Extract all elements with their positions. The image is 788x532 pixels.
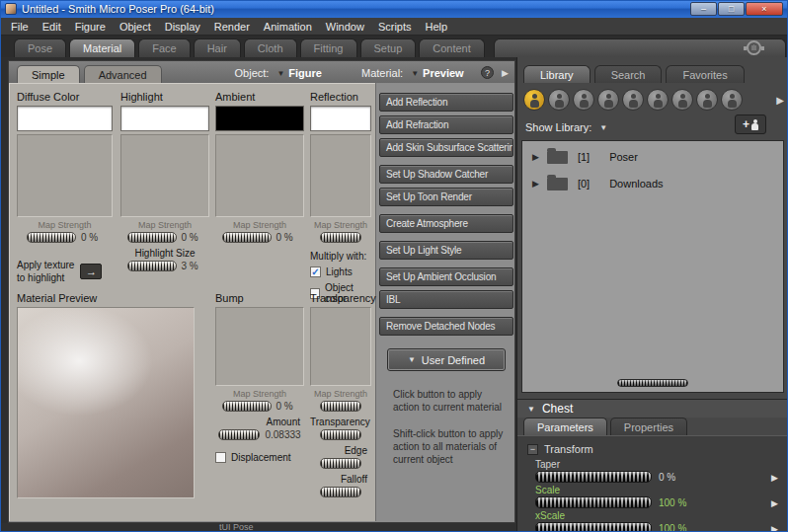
material-value[interactable]: Preview: [423, 67, 464, 83]
diffuse-color-swatch[interactable]: [17, 106, 113, 131]
menu-object[interactable]: Object: [113, 19, 158, 35]
tab-properties[interactable]: Properties: [610, 418, 687, 435]
diffuse-map-area[interactable]: [17, 134, 113, 217]
transparency-dial[interactable]: [320, 429, 361, 440]
highlight-map-strength-dial[interactable]: [127, 232, 177, 243]
category-overflow-arrow-icon[interactable]: ▶: [776, 95, 784, 106]
room-tab-fitting[interactable]: Fitting: [300, 38, 357, 57]
menu-help[interactable]: Help: [419, 19, 455, 35]
library-scrollbar[interactable]: [617, 379, 688, 387]
menu-scripts[interactable]: Scripts: [371, 19, 419, 35]
taper-dial[interactable]: [535, 471, 652, 483]
tab-favorites[interactable]: Favorites: [666, 65, 744, 83]
displacement-checkbox[interactable]: [215, 452, 226, 463]
apply-texture-button[interactable]: →: [80, 264, 102, 279]
dial-options-arrow-icon[interactable]: ▶: [771, 498, 778, 508]
transparency-map-area[interactable]: [310, 307, 371, 386]
panel-collapse-icon[interactable]: ▶: [502, 68, 509, 78]
menu-display[interactable]: Display: [158, 19, 207, 35]
materials-icon[interactable]: [721, 89, 743, 111]
props-icon[interactable]: [647, 89, 669, 111]
room-tab-face[interactable]: Face: [138, 38, 190, 57]
edge-dial[interactable]: [320, 458, 361, 469]
add-skin-subsurface-scattering-button[interactable]: Add Skin Subsurface Scattering: [379, 138, 513, 157]
collapse-icon[interactable]: ▼: [527, 405, 535, 414]
material-preview-image[interactable]: [17, 307, 195, 498]
reflection-map-area[interactable]: [310, 134, 371, 217]
menu-edit[interactable]: Edit: [36, 19, 68, 35]
expand-icon[interactable]: ▶: [532, 152, 539, 162]
hair-icon[interactable]: [597, 89, 619, 111]
library-item-downloads[interactable]: ▶ [0] Downloads: [522, 168, 783, 194]
highlight-map-area[interactable]: [120, 134, 209, 217]
room-tab-content[interactable]: Content: [419, 38, 485, 57]
maximize-button[interactable]: □: [718, 2, 745, 16]
room-tab-setup[interactable]: Setup: [360, 38, 417, 57]
bump-map-area[interactable]: [215, 307, 304, 386]
object-value[interactable]: Figure: [288, 67, 322, 83]
expand-icon[interactable]: ▶: [532, 179, 539, 189]
group-title: Ambient: [215, 91, 304, 103]
ambient-map-area[interactable]: [215, 134, 304, 217]
room-tab-cloth[interactable]: Cloth: [244, 38, 297, 57]
dial-options-arrow-icon[interactable]: ▶: [771, 524, 778, 532]
room-tab-material[interactable]: Material: [69, 38, 135, 57]
falloff-dial[interactable]: [320, 487, 361, 497]
reflection-color-swatch[interactable]: [310, 106, 371, 131]
tab-library[interactable]: Library: [523, 65, 591, 83]
hands-icon[interactable]: [622, 89, 644, 111]
lights-icon[interactable]: [671, 89, 693, 111]
add-reflection-button[interactable]: Add Reflection: [379, 93, 513, 112]
diffuse-map-strength-dial[interactable]: [27, 232, 76, 243]
room-tab-pose[interactable]: Pose: [14, 38, 66, 57]
set-up-toon-render-button[interactable]: Set Up Toon Render: [379, 188, 513, 206]
user-defined-button[interactable]: ▼ User Defined: [388, 349, 505, 370]
amount-label: Amount: [215, 417, 304, 427]
transparency-map-strength-dial[interactable]: [320, 401, 361, 412]
help-icon[interactable]: ?: [481, 66, 494, 79]
add-library-button[interactable]: +: [735, 114, 766, 134]
collapse-section-icon[interactable]: −: [527, 444, 538, 455]
scale-dial[interactable]: [535, 496, 652, 508]
dial-value: 0 %: [276, 232, 298, 243]
dial-options-arrow-icon[interactable]: ▶: [771, 473, 778, 483]
falloff-label: Falloff: [310, 474, 371, 485]
show-library-dropdown-icon[interactable]: ▼: [599, 123, 607, 132]
menu-window[interactable]: Window: [319, 19, 371, 35]
bump-amount-dial[interactable]: [218, 429, 260, 440]
highlight-color-swatch[interactable]: [120, 106, 209, 131]
minimize-button[interactable]: –: [690, 2, 717, 16]
tab-advanced[interactable]: Advanced: [84, 65, 162, 83]
tab-parameters[interactable]: Parameters: [523, 418, 607, 435]
ambient-map-strength-dial[interactable]: [222, 232, 272, 243]
actor-name[interactable]: Chest: [542, 402, 573, 416]
tab-search[interactable]: Search: [594, 65, 663, 83]
set-up-shadow-catcher-button[interactable]: Set Up Shadow Catcher: [379, 165, 513, 184]
reflection-map-strength-dial[interactable]: [320, 232, 361, 243]
create-atmosphere-button[interactable]: Create Atmosphere: [379, 214, 513, 233]
menu-file[interactable]: File: [4, 19, 36, 35]
close-button[interactable]: ×: [746, 2, 783, 16]
lights-checkbox[interactable]: ✓: [310, 266, 321, 277]
object-dropdown-icon[interactable]: ▼: [276, 69, 284, 78]
add-refraction-button[interactable]: Add Refraction: [379, 115, 513, 134]
room-tab-hair[interactable]: Hair: [194, 38, 241, 57]
expressions-icon[interactable]: [573, 89, 594, 111]
ambient-color-swatch[interactable]: [215, 106, 304, 131]
xscale-dial[interactable]: [535, 522, 652, 532]
remove-detached-nodes-button[interactable]: Remove Detached Nodes: [379, 317, 513, 336]
menu-render[interactable]: Render: [207, 19, 257, 35]
set-up-light-style-button[interactable]: Set Up Light Style: [379, 241, 513, 260]
highlight-size-dial[interactable]: [127, 261, 177, 271]
poses-icon[interactable]: [548, 89, 570, 111]
tab-simple[interactable]: Simple: [17, 65, 80, 83]
menu-animation[interactable]: Animation: [257, 19, 319, 35]
figures-icon[interactable]: [523, 89, 545, 111]
ibl-button[interactable]: IBL: [379, 290, 513, 309]
menu-figure[interactable]: Figure: [68, 19, 113, 35]
bump-map-strength-dial[interactable]: [222, 401, 272, 412]
material-dropdown-icon[interactable]: ▼: [411, 69, 419, 78]
cameras-icon[interactable]: [696, 89, 718, 111]
library-item-poser[interactable]: ▶ [1] Poser: [522, 141, 783, 168]
set-up-ambient-occlusion-button[interactable]: Set Up Ambient Occlusion: [379, 267, 513, 286]
